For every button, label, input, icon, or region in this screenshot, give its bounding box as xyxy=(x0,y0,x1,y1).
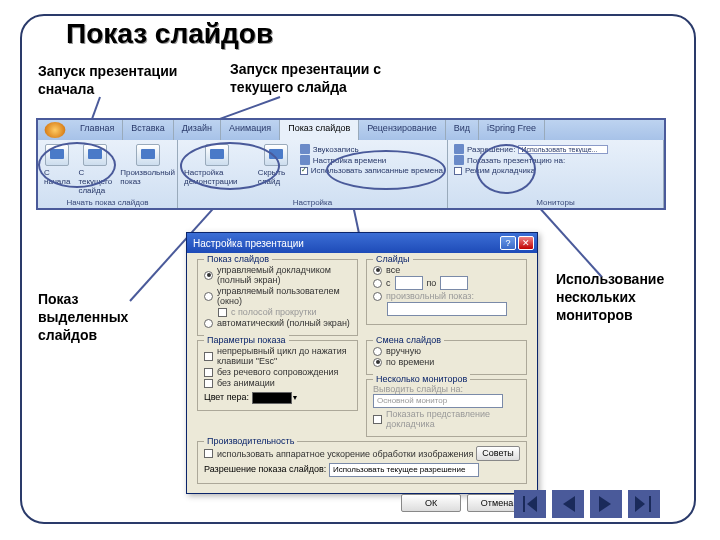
fieldset-monitors: Несколько мониторов Выводить слайды на: … xyxy=(366,379,527,437)
group-label: Мониторы xyxy=(452,198,659,208)
spin-to[interactable] xyxy=(440,276,468,290)
radio-range[interactable]: с по xyxy=(373,276,520,290)
nav-buttons xyxy=(514,490,660,518)
legend: Несколько мониторов xyxy=(373,374,470,384)
resolution-row: Разрешение показа слайдов: Использовать … xyxy=(204,463,520,477)
close-button[interactable]: ✕ xyxy=(518,236,534,250)
resolution-dropdown[interactable]: Использовать текущее разрешение xyxy=(329,463,479,477)
monitor-icon xyxy=(454,144,464,154)
group-label: Начать показ слайдов xyxy=(42,198,173,208)
chk-presenter-view: Показать представление докладчика xyxy=(373,409,520,429)
highlight-circle xyxy=(326,150,446,190)
tab-design[interactable]: Дизайн xyxy=(174,120,221,140)
tab-home[interactable]: Главная xyxy=(72,120,123,140)
highlight-circle xyxy=(38,142,116,188)
tab-ispring[interactable]: iSpring Free xyxy=(479,120,545,140)
legend: Производительность xyxy=(204,436,297,446)
callout-from-current: Запуск презентации с текущего слайда xyxy=(230,60,410,96)
chk-no-animation[interactable]: без анимации xyxy=(204,378,351,388)
legend: Смена слайдов xyxy=(373,335,444,345)
radio-individual[interactable]: управляемый пользователем (окно) xyxy=(204,286,351,306)
fieldset-slides: Слайды все с по произвольный показ: xyxy=(366,259,527,325)
pen-color-swatch[interactable] xyxy=(252,392,292,404)
radio-kiosk[interactable]: автоматический (полный экран) xyxy=(204,318,351,328)
tab-animation[interactable]: Анимация xyxy=(221,120,280,140)
record-icon xyxy=(300,144,310,154)
resolution-dropdown[interactable]: Использовать текуще... xyxy=(518,145,608,154)
tab-review[interactable]: Рецензирование xyxy=(359,120,446,140)
legend: Показ слайдов xyxy=(204,254,272,264)
highlight-circle xyxy=(180,142,280,190)
tab-slideshow[interactable]: Показ слайдов xyxy=(280,120,359,140)
spin-from[interactable] xyxy=(395,276,423,290)
callout-custom-show: Показ выделенных слайдов xyxy=(38,290,158,345)
chk-no-narration[interactable]: без речевого сопровождения xyxy=(204,367,351,377)
radio-timings[interactable]: по времени xyxy=(373,357,520,367)
fieldset-options: Параметры показа непрерывный цикл до наж… xyxy=(197,340,358,411)
ribbon-tabs: Главная Вставка Дизайн Анимация Показ сл… xyxy=(38,120,664,140)
page-title: Показ слайдов xyxy=(66,18,273,50)
nav-last[interactable] xyxy=(628,490,660,518)
fieldset-performance: Производительность использовать аппаратн… xyxy=(197,441,527,484)
tab-view[interactable]: Вид xyxy=(446,120,479,140)
nav-next[interactable] xyxy=(590,490,622,518)
ribbon: Главная Вставка Дизайн Анимация Показ сл… xyxy=(36,118,666,210)
dialog-title: Настройка презентации xyxy=(193,238,304,249)
tips-button[interactable]: Советы xyxy=(476,446,520,461)
radio-speaker[interactable]: управляемый докладчиком (полный экран) xyxy=(204,265,351,285)
ok-button[interactable]: ОК xyxy=(401,494,461,512)
ribbon-body: С начала С текущего слайда Произвольный … xyxy=(38,140,664,208)
clock-icon xyxy=(300,155,310,165)
monitor-dropdown: Основной монитор xyxy=(373,394,503,408)
radio-all-slides[interactable]: все xyxy=(373,265,520,275)
help-button[interactable]: ? xyxy=(500,236,516,250)
group-label: Настройка xyxy=(182,198,443,208)
highlight-circle xyxy=(476,144,536,194)
radio-manual[interactable]: вручную xyxy=(373,346,520,356)
setup-dialog: Настройка презентации ? ✕ Показ слайдов … xyxy=(186,232,538,494)
callout-from-beginning: Запуск презентации сначала xyxy=(38,62,218,98)
nav-prev[interactable] xyxy=(552,490,584,518)
btn-custom-show[interactable]: Произвольный показ xyxy=(118,142,177,188)
legend: Параметры показа xyxy=(204,335,289,345)
fieldset-advance: Смена слайдов вручную по времени xyxy=(366,340,527,375)
dialog-titlebar: Настройка презентации ? ✕ xyxy=(187,233,537,253)
chk-hw-accel[interactable]: использовать аппаратное ускорение обрабо… xyxy=(204,449,473,459)
radio-custom: произвольный показ: xyxy=(373,291,520,301)
nav-first[interactable] xyxy=(514,490,546,518)
chk-loop[interactable]: непрерывный цикл до нажатия клавиши "Esc… xyxy=(204,346,351,366)
pen-color-row: Цвет пера: ▼ xyxy=(204,392,351,404)
fieldset-show-type: Показ слайдов управляемый докладчиком (п… xyxy=(197,259,358,336)
monitor-icon xyxy=(454,155,464,165)
tab-insert[interactable]: Вставка xyxy=(123,120,173,140)
office-button[interactable] xyxy=(45,122,66,138)
legend: Слайды xyxy=(373,254,413,264)
custom-show-dropdown xyxy=(387,302,507,316)
monitor-label: Выводить слайды на: xyxy=(373,384,520,394)
checkbox-icon xyxy=(300,167,308,175)
monitor-icon xyxy=(136,144,160,166)
callout-monitors: Использование нескольких мониторов xyxy=(556,270,696,325)
checkbox-icon xyxy=(454,167,462,175)
chk-scrollbar: с полосой прокрутки xyxy=(218,307,351,317)
